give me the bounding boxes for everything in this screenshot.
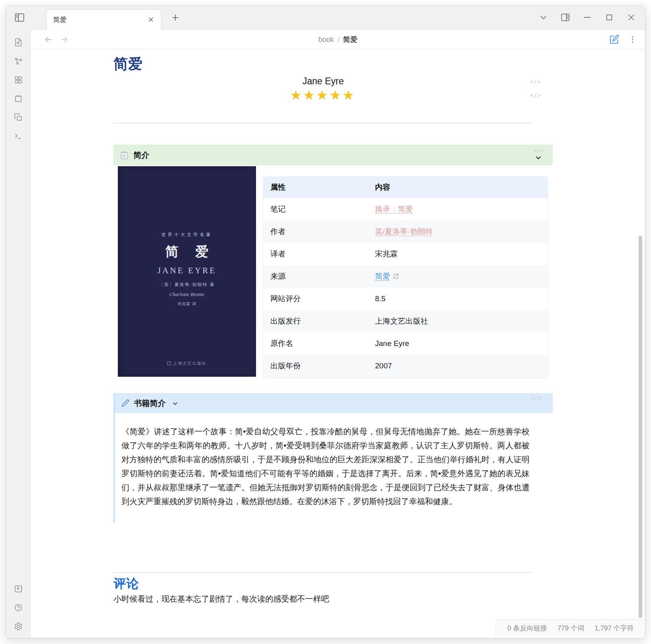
table-row: 作者 英/夏洛蒂·勃朗特 — [263, 221, 548, 243]
attr-label: 出版年份 — [263, 355, 368, 377]
tab-close-icon[interactable] — [147, 16, 155, 23]
close-window-button[interactable] — [626, 12, 636, 22]
note-content: 简爱 Jane Eyre ★★★★★ </> </> 简介 </> — [31, 50, 645, 638]
panel-left-icon — [14, 12, 25, 23]
backlinks-count[interactable]: 0 条反向链接 — [507, 624, 547, 633]
cover-author-en: Charlotte Bronte — [169, 291, 204, 298]
word-count[interactable]: 779 个词 — [558, 624, 584, 633]
breadcrumb-separator: / — [337, 36, 339, 44]
intro-callout-header[interactable]: 简介 </> — [113, 145, 553, 165]
internal-link-author[interactable]: 英/夏洛蒂·勃朗特 — [375, 227, 433, 236]
calendar-icon — [14, 94, 23, 103]
column-header-attr: 属性 — [263, 177, 368, 198]
plus-icon — [171, 13, 180, 22]
summary-callout: 书籍简介 《简爱》讲述了这样一个故事：简•爱自幼父母双亡，投靠冷酷的舅母，但舅母… — [113, 393, 553, 523]
table-row: 笔记 摘录：简爱 — [263, 198, 548, 221]
attributes-table: 属性 内容 笔记 摘录：简爱 作者 英/夏洛蒂·勃朗特 译者 宋 — [263, 177, 548, 377]
table-row: 网站评分 8.5 — [263, 288, 548, 310]
collapse-chevron-icon[interactable] — [534, 154, 542, 162]
attr-value: 上海文艺出版社 — [368, 310, 548, 332]
comments-heading: 评论 — [113, 575, 139, 592]
canvas-button[interactable] — [14, 76, 23, 84]
new-tab-button[interactable] — [171, 13, 180, 22]
attr-value: 8.5 — [368, 288, 548, 310]
daily-note-button[interactable] — [14, 94, 23, 103]
app-window: 简爱 — [6, 6, 645, 638]
settings-button[interactable] — [14, 622, 23, 631]
minimize-button[interactable] — [582, 12, 592, 22]
external-link-icon — [393, 273, 399, 279]
column-header-content: 内容 — [368, 177, 548, 198]
memo-icon — [120, 151, 129, 160]
page-title: 简爱 — [113, 54, 143, 74]
intro-callout-title: 简介 — [133, 150, 149, 161]
edit-icon — [609, 34, 619, 44]
breadcrumb-folder[interactable]: book — [318, 36, 334, 44]
summary-callout-title: 书籍简介 — [134, 398, 166, 409]
attr-label: 网站评分 — [263, 288, 368, 310]
maximize-button[interactable] — [604, 12, 614, 22]
divider — [113, 123, 533, 123]
table-row: 译者 宋兆霖 — [263, 243, 548, 265]
cover-title-en: JANE EYRE — [157, 266, 216, 276]
breadcrumb: book / 简爱 — [31, 30, 645, 50]
external-link-source[interactable]: 简爱 — [375, 272, 390, 280]
help-circle-icon — [14, 603, 23, 612]
ribbon — [6, 29, 31, 638]
divider — [113, 572, 533, 573]
attr-value: 2007 — [368, 355, 548, 377]
view-header: book / 简爱 — [31, 30, 645, 50]
summary-callout-header[interactable]: 书籍简介 — [115, 393, 553, 413]
publisher-logo-icon — [167, 362, 171, 365]
code-block-edit-icon[interactable]: </> — [530, 78, 541, 85]
internal-link-note[interactable]: 摘录：简爱 — [375, 205, 413, 213]
cover-publisher: 上海文艺出版社 — [118, 361, 256, 366]
table-row: 出版年份 2007 — [263, 355, 548, 377]
terminal-button[interactable] — [14, 132, 23, 141]
attr-label: 出版发行 — [263, 310, 368, 332]
vertical-scrollbar[interactable] — [639, 236, 642, 618]
pencil-icon — [121, 399, 129, 407]
right-sidebar-toggle-icon[interactable] — [560, 12, 570, 22]
terminal-icon — [14, 132, 23, 141]
breadcrumb-page[interactable]: 简爱 — [343, 35, 357, 44]
char-count[interactable]: 1,797 个字符 — [595, 624, 634, 633]
file-search-icon — [14, 38, 23, 47]
tab-title: 简爱 — [53, 15, 147, 24]
graph-view-button[interactable] — [14, 57, 23, 66]
edit-mode-button[interactable] — [609, 34, 619, 44]
code-block-edit-icon[interactable]: </> — [534, 148, 543, 154]
status-bar: 0 条反向链接 779 个词 1,797 个字符 — [496, 619, 645, 636]
tab-list-chevron-icon[interactable] — [538, 12, 548, 22]
graph-icon — [14, 57, 23, 66]
main-pane: book / 简爱 简爱 Jane Eyre ★★★★★ </> </> — [31, 29, 645, 638]
more-options-button[interactable] — [628, 35, 637, 44]
left-sidebar-toggle-icon[interactable] — [14, 12, 25, 23]
attr-label: 译者 — [263, 243, 368, 265]
attr-label: 笔记 — [263, 198, 368, 221]
attr-label: 作者 — [263, 221, 368, 243]
cover-translator: 宋兆霖 译 — [177, 301, 196, 307]
code-block-edit-icon[interactable]: </> — [531, 395, 542, 402]
code-block-edit-icon[interactable]: </> — [530, 92, 541, 99]
cover-author-cn: 〔英〕夏洛蒂·勃朗特 著 — [159, 282, 215, 288]
table-row: 原作名 Jane Eyre — [263, 332, 548, 355]
help-button[interactable] — [14, 603, 23, 612]
summary-text: 《简爱》讲述了这样一个故事：简•爱自幼父母双亡，投靠冷酷的舅母，但舅母无情地抛弃… — [115, 413, 553, 523]
gear-icon — [14, 622, 23, 631]
attr-value: Jane Eyre — [368, 332, 548, 355]
attr-label: 原作名 — [263, 332, 368, 355]
comment-text: 小时候看过，现在基本忘了剧情了，每次读的感受都不一样吧 — [113, 594, 329, 604]
layout-grid-icon — [14, 76, 23, 84]
search-in-file-button[interactable] — [14, 38, 23, 47]
attr-label: 来源 — [263, 265, 368, 288]
original-title: Jane Eyre — [113, 76, 533, 87]
collapse-chevron-icon[interactable] — [172, 400, 179, 407]
rating-stars: ★★★★★ — [113, 88, 533, 103]
templates-button[interactable] — [14, 113, 23, 122]
tab-jane-eyre[interactable]: 简爱 — [46, 9, 161, 30]
vault-switcher-button[interactable] — [14, 584, 23, 593]
titlebar: 简爱 — [6, 6, 645, 29]
cover-title-cn: 简爱 — [149, 243, 225, 261]
attr-value: 宋兆霖 — [368, 243, 548, 265]
